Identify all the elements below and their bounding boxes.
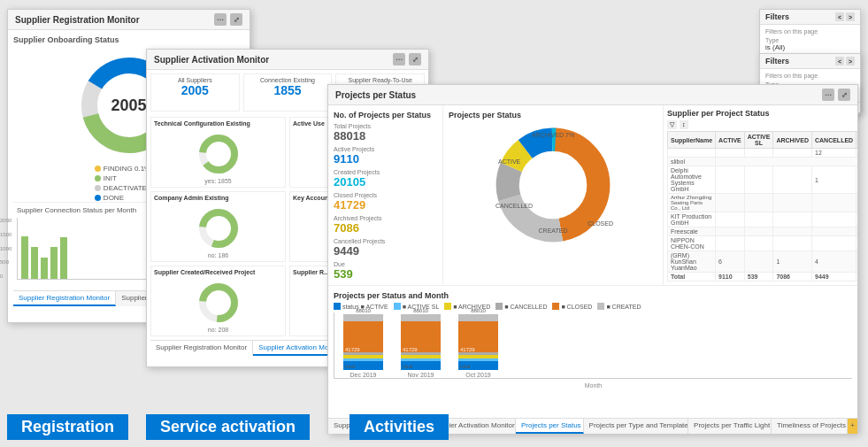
onboarding-title: Supplier Onboarding Status — [13, 35, 244, 44]
nov-closed-val: 41729 — [403, 347, 418, 352]
filters-1-page-label: Filters on this page — [765, 28, 855, 35]
init-dot — [95, 175, 101, 181]
td-total-closed: 41729 — [856, 273, 857, 281]
y-axis: 2000150010005000 — [0, 218, 12, 279]
td-b — [744, 236, 773, 251]
table-row: Freescale 11 — [668, 227, 858, 236]
nov-label: Nov 2019 — [408, 372, 434, 378]
filters-2-page-label: Filters on this page — [765, 73, 855, 79]
small-donut-company — [154, 204, 282, 252]
oct-bar-stack: 41729 total — [458, 314, 498, 370]
td-name: slibol — [668, 158, 716, 166]
filters-2-header: Filters < > — [760, 54, 860, 69]
svg-point-5 — [203, 138, 234, 170]
bar-1 — [21, 236, 28, 279]
td-total-active: 9110 — [716, 273, 745, 281]
projects-content: No. of Projects per Status Total Project… — [328, 105, 857, 434]
activation-badge: Service activation — [146, 414, 310, 440]
td-name: KIT Production GmbH — [668, 212, 716, 227]
label-cancelled: CANCELLED — [495, 203, 533, 209]
filter2-next-icon[interactable]: > — [846, 57, 855, 66]
stat-due-value: 539 — [334, 267, 437, 281]
stat-closed: Closed Projects 41729 — [334, 192, 437, 212]
projects-panel-title: Projects per Status — [335, 90, 416, 100]
label-archived: ARCHIVED 7% — [532, 132, 574, 138]
donut-company-svg — [196, 206, 241, 250]
td-e — [856, 236, 857, 251]
th-archived: ARCHIVED — [773, 132, 812, 149]
td-name: Arthur Zhongding Seating Parts Co., Ltd — [668, 194, 716, 212]
expand-icon[interactable]: ⤢ — [230, 13, 242, 26]
table-filter-icon[interactable]: ▽ — [667, 120, 677, 129]
table-row: Delphi Automotive Systems GmbH 11 — [668, 166, 858, 194]
stat-due: Due 539 — [334, 261, 437, 281]
th-closed: CLOSED — [856, 132, 857, 149]
small-donut-tech — [154, 129, 282, 178]
td-d — [811, 236, 856, 251]
td-c — [773, 236, 812, 251]
stat-cancelled-value: 9449 — [334, 244, 437, 258]
td-name: NIPPON CHEN-CON — [668, 236, 716, 251]
td-c — [773, 227, 812, 236]
done-dot — [95, 195, 101, 201]
legend-active-sl-square — [394, 303, 401, 310]
td-a: 6 — [716, 251, 745, 273]
filter-prev-icon[interactable]: < — [835, 12, 844, 21]
donut-created-svg — [196, 281, 241, 325]
table-total-row: Total 9110 539 7086 9449 41729 20105 880… — [668, 273, 858, 281]
oct-created-bar — [458, 314, 498, 321]
proj-ellipsis-icon[interactable]: ⋯ — [822, 89, 834, 101]
activation-badge-label: Service activation — [160, 418, 296, 435]
tab-supplier-registration[interactable]: Supplier Registration Monitor — [13, 291, 116, 306]
ellipsis-icon[interactable]: ⋯ — [214, 13, 227, 26]
projects-panel: Projects per Status ⋯ ⤢ No. of Projects … — [327, 84, 858, 434]
tab-timeliness[interactable]: Timeliness of Projects — [772, 419, 848, 434]
month-nov: 88010 41729 total Nov 2019 — [401, 308, 441, 378]
metric-conn-value: 1855 — [247, 83, 329, 97]
legend-archived-square — [444, 303, 451, 310]
stat-due-label: Due — [334, 261, 437, 267]
proj-table-title: Supplier per Project Status — [667, 109, 854, 118]
projects-bottom: Projects per Status and Month status ■ A… — [328, 285, 857, 418]
monthly-chart: 100000800006000040000200000 88010 — [334, 312, 852, 379]
registration-panel-title: Supplier Registration Monitor — [15, 15, 140, 25]
tab-proj-type[interactable]: Projects per Type and Template — [584, 419, 689, 434]
dec-bar-stack: 41729 total — [343, 314, 383, 370]
registration-panel-icons: ⋯ ⤢ — [214, 13, 242, 26]
legend-closed-square — [552, 303, 559, 310]
td-active-sl — [744, 149, 773, 158]
stat-active-value: 9110 — [334, 152, 437, 166]
td-cancelled: 12 — [811, 149, 856, 158]
tab-proj-traffic[interactable]: Projects per Traffic Light — [688, 419, 772, 434]
stat-total-value: 88018 — [334, 129, 437, 143]
activation-ellipsis-icon[interactable]: ⋯ — [393, 53, 405, 66]
oct-label: Oct 2019 — [465, 372, 490, 378]
deactivated-dot — [95, 185, 101, 191]
grid-company-sub: no: 186 — [154, 252, 282, 258]
small-donut-created — [154, 278, 282, 327]
td-a — [716, 194, 745, 212]
filters-2-icons: < > — [835, 57, 855, 66]
stat-archived-label: Archived Projects — [334, 215, 437, 221]
projects-left-stats: No. of Projects per Status Total Project… — [328, 105, 443, 285]
td-c — [773, 212, 812, 227]
tab-proj-status[interactable]: Projects per Status — [516, 419, 584, 434]
table-row: Arthur Zhongding Seating Parts Co., Ltd … — [668, 194, 858, 212]
proj-stats-title: No. of Projects per Status — [334, 111, 437, 119]
table-row: 12 1 2824 2937 — [668, 149, 858, 158]
filter2-prev-icon[interactable]: < — [835, 57, 844, 66]
tab-reg-from-act[interactable]: Supplier Registration Monitor — [150, 341, 253, 356]
filter-next-icon[interactable]: > — [846, 12, 855, 21]
grid-company-title: Company Admin Existing — [154, 195, 282, 201]
registration-panel-header: Supplier Registration Monitor ⋯ ⤢ — [8, 10, 250, 30]
td-c — [773, 166, 812, 194]
td-d: 1 — [811, 166, 856, 194]
td-a — [716, 166, 745, 194]
proj-expand-icon[interactable]: ⤢ — [838, 89, 850, 101]
projects-center-donut: Projects per Status — [443, 105, 663, 285]
td-d — [811, 212, 856, 227]
table-sort-icon[interactable]: ↕ — [680, 120, 688, 129]
activation-expand-icon[interactable]: ⤢ — [409, 53, 421, 66]
legend-created-label: ■ CREATED — [606, 304, 641, 310]
add-tab-button[interactable]: + — [848, 419, 857, 434]
